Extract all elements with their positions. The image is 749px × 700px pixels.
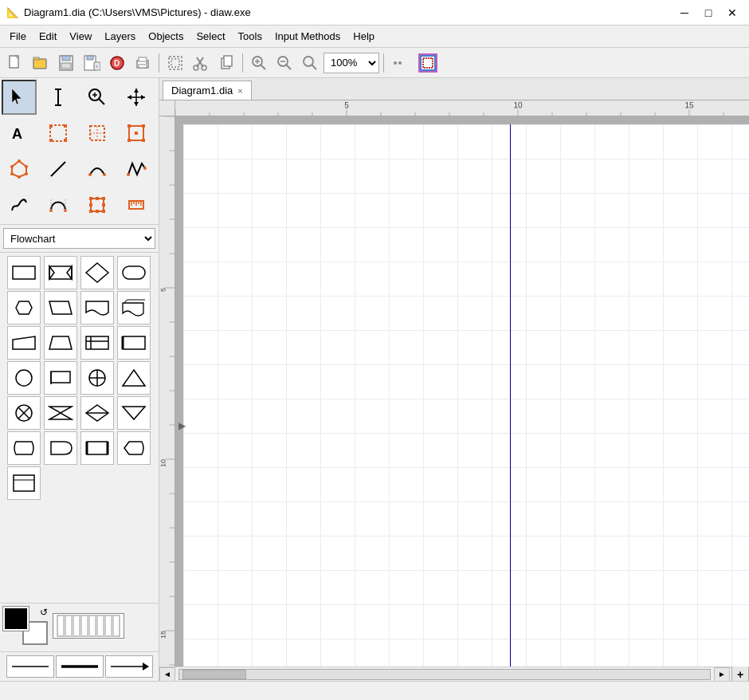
tool-text[interactable]: A [2,116,37,151]
svg-marker-127 [49,407,72,413]
shape-summing[interactable] [7,396,41,430]
shape-merge[interactable] [117,396,151,430]
shape-manual-op[interactable] [44,326,77,360]
svg-rect-56 [64,124,67,128]
select-all-button[interactable] [163,51,187,75]
tool-arc[interactable] [80,151,115,187]
shape-multi-document[interactable] [117,291,151,324]
svg-rect-2 [33,59,46,69]
tool-freehand[interactable] [2,187,37,222]
svg-marker-102 [67,266,72,279]
shape-delay[interactable] [44,431,77,465]
v-ruler [159,116,175,667]
zoom-select[interactable]: 50%75%100%125%150%200% [324,53,379,73]
shape-decision[interactable] [80,256,114,289]
line-style-arrow[interactable] [105,655,153,678]
svg-point-117 [16,370,32,386]
shape-display[interactable] [117,431,151,465]
shape-terminator[interactable] [117,256,151,289]
menu-objects[interactable]: Objects [142,28,190,45]
shape-off-page-connector[interactable] [44,361,77,395]
svg-rect-36 [419,54,437,72]
export-button[interactable]: D [105,51,129,75]
h-scroll-thumb[interactable] [182,670,246,679]
shape-preparation[interactable] [7,291,41,324]
shape-sort[interactable] [80,396,114,430]
save-button[interactable] [54,51,78,75]
zoom-in-button[interactable] [247,51,271,75]
snap-grid-button[interactable] [388,51,412,75]
menu-view[interactable]: View [63,28,98,45]
h-scrollbar[interactable] [178,669,711,680]
cut-button[interactable] [189,51,213,75]
scroll-left-button[interactable]: ◄ [159,667,175,682]
tool-box-select[interactable] [41,116,76,151]
tool-elastic-select[interactable] [80,116,115,151]
tool-measure[interactable] [119,187,154,222]
tool-bezier[interactable] [41,187,76,222]
shape-or[interactable] [80,361,114,395]
tool-zoom[interactable] [80,80,115,115]
shape-sequential[interactable] [80,431,114,465]
pattern-preview[interactable] [53,613,124,639]
svg-marker-50 [134,102,139,106]
tool-zigzag[interactable] [119,151,154,187]
tab-close-icon[interactable]: × [237,86,242,96]
canvas-drawing-area[interactable] [183,124,749,667]
menu-help[interactable]: Help [347,28,381,45]
menu-input_methods[interactable]: Input Methods [269,28,347,45]
tool-select[interactable] [2,80,37,115]
svg-marker-39 [12,88,22,104]
shape-document[interactable] [80,291,114,324]
menu-select[interactable]: Select [190,28,231,45]
swap-colors-icon[interactable]: ↺ [40,607,48,618]
minimize-button[interactable]: ─ [674,2,695,23]
new-button[interactable] [3,51,27,75]
tab-diagram1[interactable]: Diagram1.dia × [163,81,252,100]
svg-rect-87 [89,210,92,213]
menu-tools[interactable]: Tools [232,28,269,45]
shape-process[interactable] [7,256,41,289]
shape-stored-data[interactable] [7,431,41,465]
menu-file[interactable]: File [3,28,33,45]
shape-external-storage[interactable] [117,326,151,360]
svg-marker-68 [12,161,26,177]
canvas-viewport[interactable]: ▶ [175,116,749,667]
shape-on-page-connector[interactable] [7,361,41,395]
add-diagram-button[interactable]: + [731,666,749,682]
shape-note[interactable] [7,466,41,500]
shape-manual-input[interactable] [7,326,41,360]
tool-scale[interactable] [80,187,115,222]
svg-rect-91 [89,203,92,206]
save-as-button[interactable]: + [80,51,104,75]
menu-edit[interactable]: Edit [33,28,63,45]
copy-button[interactable] [214,51,238,75]
tool-line[interactable] [41,151,76,187]
line-style-thin[interactable] [6,655,54,678]
toolbar: + D [0,48,749,78]
tool-polygon[interactable] [2,151,37,187]
shape-internal-storage[interactable] [80,326,114,360]
diagram-view-button[interactable] [414,49,442,77]
tool-text-cursor[interactable] [41,80,76,115]
tool-rotate[interactable] [119,116,154,151]
scroll-right-button[interactable]: ► [714,667,730,682]
shape-extract[interactable] [117,361,151,395]
tool-grid: A [0,78,159,225]
maximize-button[interactable]: □ [698,2,719,23]
zoom-fit-button[interactable] [298,51,322,75]
menu-layers[interactable]: Layers [98,28,142,45]
zoom-out-button[interactable] [273,51,296,75]
shape-data[interactable] [44,291,77,324]
print-button[interactable] [131,51,155,75]
window-title: Diagram1.dia (C:\Users\VMS\Pictures) - d… [24,6,251,18]
close-button[interactable]: ✕ [722,2,743,23]
svg-point-74 [10,165,14,168]
fg-color-swatch[interactable] [3,607,29,631]
shape-predefined[interactable] [44,256,77,289]
shape-category-select[interactable]: Flowchart UML Network Basic Cisco Electr… [3,228,155,249]
shape-collate[interactable] [44,396,77,430]
line-style-medium[interactable] [56,655,104,678]
tool-move[interactable] [119,80,154,115]
open-button[interactable] [29,51,53,75]
